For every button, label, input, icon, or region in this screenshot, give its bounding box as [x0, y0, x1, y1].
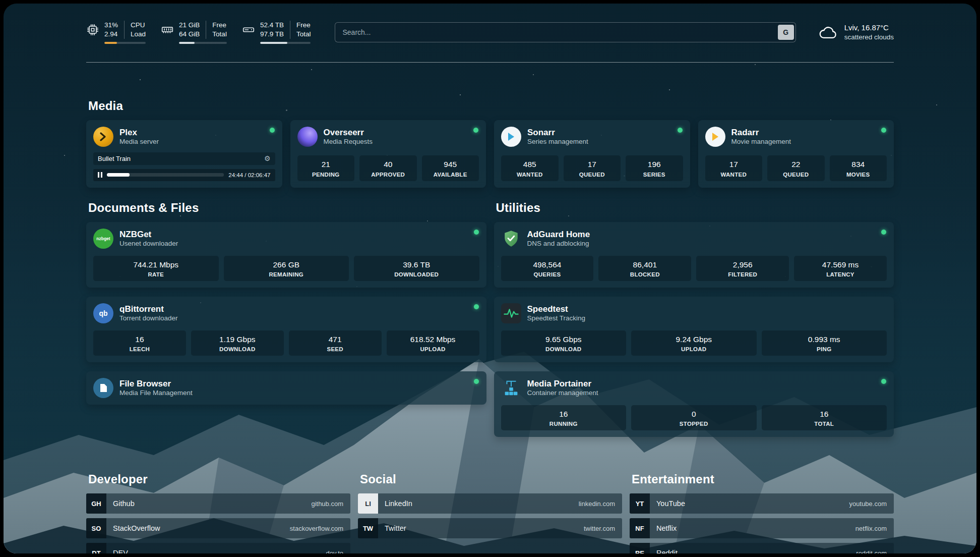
search-bar[interactable]: G: [335, 22, 795, 42]
stat-box: 2,956 FILTERED: [696, 256, 789, 281]
app-card-sonarr[interactable]: Sonarr Series management 485 WANTED 17 Q…: [494, 120, 690, 188]
bookmark-dev[interactable]: DT DEV dev.to: [86, 543, 350, 553]
bookmark-twitter[interactable]: TW Twitter twitter.com: [358, 518, 622, 538]
settings-icon[interactable]: ⚙: [264, 155, 271, 162]
stat-value: 196: [628, 159, 681, 170]
stat-label: FILTERED: [698, 271, 787, 277]
stat-box: 16 TOTAL: [762, 405, 887, 430]
pause-icon[interactable]: [98, 172, 102, 178]
search-engine-button[interactable]: G: [778, 25, 794, 40]
cpu-usage-fill: [104, 42, 117, 44]
memory-usage-fill: [179, 42, 195, 44]
app-card-overseerr[interactable]: Overseerr Media Requests 21 PENDING 40 A…: [290, 120, 486, 188]
status-dot: [881, 128, 886, 133]
app-card-radarr[interactable]: Radarr Movie management 17 WANTED 22 QUE…: [698, 120, 894, 188]
bookmark-reddit[interactable]: RE Reddit reddit.com: [630, 543, 894, 553]
bookmark-url: stackoverflow.com: [290, 525, 343, 532]
stat-value: 9.65 Gbps: [503, 335, 625, 345]
memory-free-label: Free: [212, 21, 227, 30]
speedtest-icon: [501, 303, 521, 323]
media-card-grid: Plex Media server Bullet Train ⚙ 24:44 /…: [86, 120, 894, 188]
stat-label: SERIES: [628, 172, 681, 178]
play-arrow-icon: [711, 132, 719, 141]
bookmark-youtube[interactable]: YT YouTube youtube.com: [630, 493, 894, 514]
disk-usage-fill: [260, 42, 287, 44]
app-card-portainer[interactable]: Media Portainer Container management 16 …: [494, 371, 894, 437]
now-playing-title: Bullet Train: [98, 155, 131, 162]
snow-particles-large: [4, 4, 5, 5]
stat-label: MOVIES: [832, 172, 885, 178]
disk-total: 97.9 TB: [260, 30, 284, 39]
search-input[interactable]: [341, 28, 777, 37]
stat-box: 9.65 Gbps DOWNLOAD: [501, 330, 627, 356]
memory-usage-bar: [179, 42, 227, 44]
bookmark-url: youtube.com: [849, 500, 887, 508]
stat-label: RATE: [95, 271, 217, 277]
app-name: Media Portainer: [527, 378, 598, 389]
shield-icon: [502, 229, 520, 248]
sonarr-icon: [501, 127, 521, 147]
app-subtitle: Container management: [527, 389, 598, 398]
stat-value: 17: [566, 159, 619, 170]
app-name: Overseerr: [324, 127, 373, 138]
bookmark-name: DEV: [113, 549, 128, 553]
app-card-plex[interactable]: Plex Media server Bullet Train ⚙ 24:44 /…: [86, 120, 282, 188]
status-dot: [473, 128, 478, 133]
bookmark-name: YouTube: [656, 499, 685, 508]
bookmark-github[interactable]: GH Github github.com: [86, 493, 350, 514]
bookmarks-developer: Developer GH Github github.com SO StackO…: [86, 472, 350, 553]
app-card-nzbget[interactable]: nzbget NZBGet Usenet downloader 744.21 M…: [86, 222, 486, 288]
section-title-social: Social: [360, 472, 622, 486]
bookmark-stackoverflow[interactable]: SO StackOverflow stackoverflow.com: [86, 518, 350, 538]
cpu-label-2: Load: [131, 30, 146, 39]
bookmark-netflix[interactable]: NF Netflix netflix.com: [630, 518, 894, 538]
disk-free-label: Free: [296, 21, 311, 30]
stat-box: 471 SEED: [289, 330, 382, 356]
cpu-percent: 31%: [104, 21, 118, 30]
app-name: qBittorrent: [119, 304, 178, 314]
cpu-label: CPU: [131, 21, 146, 30]
app-subtitle: Usenet downloader: [119, 240, 178, 248]
stat-value: 485: [503, 159, 557, 170]
stat-box: 834 MOVIES: [830, 155, 887, 181]
playback-progress-fill: [107, 173, 130, 177]
bookmark-name: Github: [113, 499, 135, 508]
cpu-usage-bar: [104, 42, 146, 44]
app-card-qbittorrent[interactable]: qb qBittorrent Torrent downloader 16 LEE…: [86, 297, 486, 362]
stat-label: SEED: [291, 346, 380, 352]
bookmarks-grid: Developer GH Github github.com SO StackO…: [86, 472, 894, 553]
stat-value: 744.21 Mbps: [95, 260, 217, 270]
adguard-icon: [501, 229, 521, 249]
app-card-filebrowser[interactable]: File Browser Media File Management: [86, 371, 486, 405]
stat-label: BLOCKED: [600, 271, 689, 277]
stat-box: 196 SERIES: [626, 155, 683, 181]
app-card-speedtest[interactable]: Speedtest Speedtest Tracking 9.65 Gbps D…: [494, 297, 894, 362]
heartbeat-icon: [503, 305, 520, 322]
stat-box: 0 STOPPED: [631, 405, 757, 430]
app-subtitle: Media Requests: [324, 138, 373, 146]
stat-value: 498,564: [503, 260, 592, 270]
stat-box: 21 PENDING: [297, 155, 355, 181]
app-name: Plex: [119, 127, 159, 138]
stat-box: 47.569 ms LATENCY: [794, 256, 887, 281]
qbittorrent-icon-text: qb: [99, 309, 107, 317]
bookmark-linkedin[interactable]: LI LinkedIn linkedin.com: [358, 493, 622, 514]
status-dot: [881, 230, 886, 235]
twitter-icon: TW: [358, 518, 378, 538]
stat-label: AVAILABLE: [424, 172, 477, 178]
bookmark-name: LinkedIn: [385, 499, 412, 508]
play-arrow-icon: [507, 132, 515, 141]
app-card-adguard[interactable]: AdGuard Home DNS and adblocking 498,564 …: [494, 222, 894, 288]
qbittorrent-icon: qb: [93, 303, 113, 323]
stat-box: 618.52 Mbps UPLOAD: [387, 330, 479, 356]
stat-value: 40: [361, 159, 415, 170]
stat-box: 17 QUEUED: [564, 155, 621, 181]
bookmark-name: StackOverflow: [113, 524, 160, 532]
stat-value: 21: [299, 159, 353, 170]
app-name: Sonarr: [527, 127, 588, 138]
status-dot: [678, 128, 683, 133]
stat-label: LATENCY: [796, 271, 885, 277]
stat-label: WANTED: [503, 172, 557, 178]
stat-box: 266 GB REMAINING: [224, 256, 349, 281]
bookmark-name: Reddit: [656, 549, 678, 553]
